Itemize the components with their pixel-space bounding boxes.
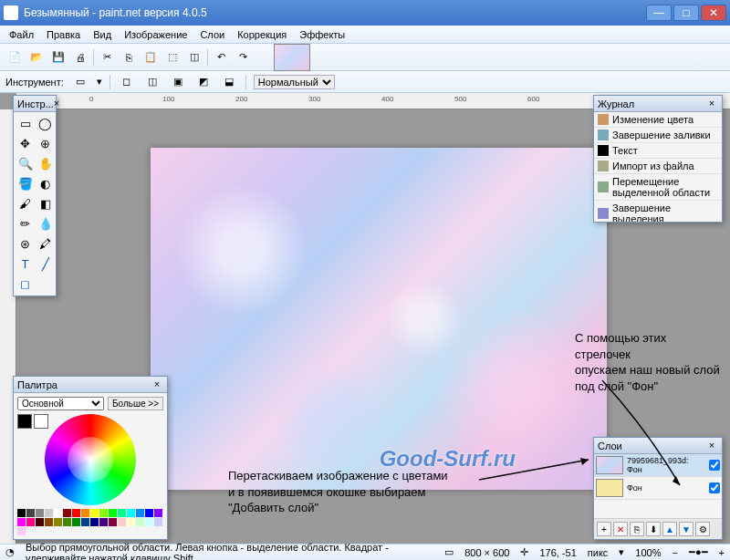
menu-effects[interactable]: Эффекты: [294, 27, 350, 42]
swatch[interactable]: [109, 509, 117, 517]
secondary-color[interactable]: [34, 414, 48, 429]
tool-text[interactable]: T: [16, 254, 35, 274]
tool-more[interactable]: [36, 275, 55, 294]
swatch[interactable]: [99, 509, 108, 517]
history-item[interactable]: Завершение заливки: [594, 128, 722, 143]
layers-close-icon[interactable]: ×: [705, 440, 718, 452]
selection-mode-select[interactable]: Нормальный: [254, 75, 335, 89]
layer-down-button[interactable]: ▼: [679, 522, 694, 536]
tools-close-icon[interactable]: ×: [54, 98, 59, 110]
swatch[interactable]: [17, 509, 26, 517]
selmode-sub-icon[interactable]: ▣: [169, 73, 187, 91]
menu-edit[interactable]: Правка: [41, 27, 86, 42]
swatch[interactable]: [17, 518, 26, 526]
zoom-out-icon[interactable]: −: [672, 547, 677, 558]
layer-copy-button[interactable]: ⎘: [630, 522, 644, 536]
crop-button[interactable]: ⬚: [163, 48, 182, 67]
swatch[interactable]: [45, 509, 53, 517]
menu-file[interactable]: Файл: [4, 27, 39, 42]
selmode-add-icon[interactable]: ◫: [143, 73, 162, 91]
swatch[interactable]: [99, 518, 108, 526]
document-thumbnail[interactable]: [274, 44, 310, 71]
layer-props-button[interactable]: ⚙: [695, 522, 710, 536]
tool-rect-select[interactable]: ▭: [16, 114, 35, 133]
minimize-button[interactable]: —: [646, 5, 672, 21]
undo-button[interactable]: ↶: [212, 48, 230, 67]
color-mode-select[interactable]: Основной: [17, 397, 104, 410]
swatch[interactable]: [36, 518, 44, 526]
tool-gradient[interactable]: ◐: [36, 174, 55, 193]
tool-fill[interactable]: 🪣: [16, 174, 35, 193]
selmode-intersect-icon[interactable]: ◩: [194, 73, 213, 91]
deselect-button[interactable]: ◫: [185, 48, 203, 67]
layer-add-button[interactable]: +: [597, 522, 611, 536]
maximize-button[interactable]: □: [673, 5, 699, 21]
print-button[interactable]: 🖨: [71, 48, 89, 67]
layer-merge-button[interactable]: ⬇: [646, 522, 661, 536]
color-wheel[interactable]: [45, 414, 136, 505]
tool-brush[interactable]: 🖌: [16, 194, 35, 213]
palette-swatches[interactable]: [17, 509, 163, 535]
history-item[interactable]: Изменение цвета: [594, 112, 722, 128]
open-button[interactable]: 📂: [27, 48, 46, 67]
tool-picker[interactable]: 💧: [36, 214, 55, 233]
menu-layers[interactable]: Слои: [194, 27, 230, 42]
swatch[interactable]: [26, 509, 35, 517]
history-close-icon[interactable]: ×: [705, 98, 718, 110]
swatch[interactable]: [145, 509, 153, 517]
selmode-replace-icon[interactable]: ◻: [118, 73, 136, 91]
swatch[interactable]: [72, 509, 80, 517]
tool-pan[interactable]: ✋: [36, 154, 55, 173]
canvas[interactable]: Good-Surf.ru: [151, 148, 607, 490]
history-item[interactable]: Импорт из файла: [594, 159, 722, 174]
swatch[interactable]: [90, 509, 99, 517]
menu-image[interactable]: Изображение: [119, 27, 193, 42]
layer-visible-checkbox[interactable]: [709, 482, 720, 493]
palette-panel[interactable]: Палитра× Основной Больше >>: [13, 376, 168, 540]
swatch[interactable]: [109, 518, 117, 526]
selmode-invert-icon[interactable]: ⬓: [220, 73, 238, 91]
tool-lasso[interactable]: ◯: [36, 114, 55, 133]
tool-move-sel[interactable]: ⊕: [36, 134, 55, 153]
swatch[interactable]: [36, 509, 44, 517]
tool-clone[interactable]: ⊛: [16, 234, 35, 254]
swatch[interactable]: [127, 509, 135, 517]
tool-pencil[interactable]: ✏: [16, 214, 35, 233]
tool-recolor[interactable]: 🖍: [36, 234, 55, 254]
new-button[interactable]: 📄: [5, 48, 24, 67]
swatch[interactable]: [26, 518, 35, 526]
active-tool-icon[interactable]: ▭: [71, 73, 89, 91]
swatch[interactable]: [81, 509, 89, 517]
swatch[interactable]: [17, 527, 26, 535]
copy-button[interactable]: ⎘: [120, 48, 138, 67]
swatch[interactable]: [145, 518, 153, 526]
layer-up-button[interactable]: ▲: [662, 522, 677, 536]
paste-button[interactable]: 📋: [141, 48, 160, 67]
swatch[interactable]: [90, 518, 99, 526]
swatch[interactable]: [118, 518, 126, 526]
redo-button[interactable]: ↷: [234, 48, 252, 67]
palette-close-icon[interactable]: ×: [151, 379, 163, 391]
swatch[interactable]: [136, 518, 144, 526]
history-item[interactable]: Текст: [594, 143, 722, 159]
tool-move[interactable]: ✥: [16, 134, 35, 153]
menu-view[interactable]: Вид: [88, 27, 117, 42]
zoom-in-icon[interactable]: +: [719, 547, 725, 558]
menu-adjust[interactable]: Коррекция: [232, 27, 292, 42]
tool-zoom[interactable]: 🔍: [16, 154, 35, 173]
swatch[interactable]: [54, 518, 62, 526]
layer-delete-button[interactable]: ✕: [613, 522, 628, 536]
swatch[interactable]: [118, 509, 126, 517]
swatch[interactable]: [45, 518, 53, 526]
save-button[interactable]: 💾: [49, 48, 68, 67]
tool-shapes[interactable]: ◻: [16, 275, 35, 294]
palette-more-button[interactable]: Больше >>: [108, 397, 163, 410]
swatch[interactable]: [81, 518, 89, 526]
tool-line[interactable]: ╱: [36, 254, 55, 274]
swatch[interactable]: [154, 518, 162, 526]
swatch[interactable]: [127, 518, 135, 526]
zoom-slider[interactable]: ━●━: [689, 546, 708, 558]
close-button[interactable]: ✕: [701, 5, 726, 21]
history-panel[interactable]: Журнал× Изменение цветаЗавершение заливк…: [593, 95, 723, 223]
primary-color[interactable]: [17, 414, 32, 429]
